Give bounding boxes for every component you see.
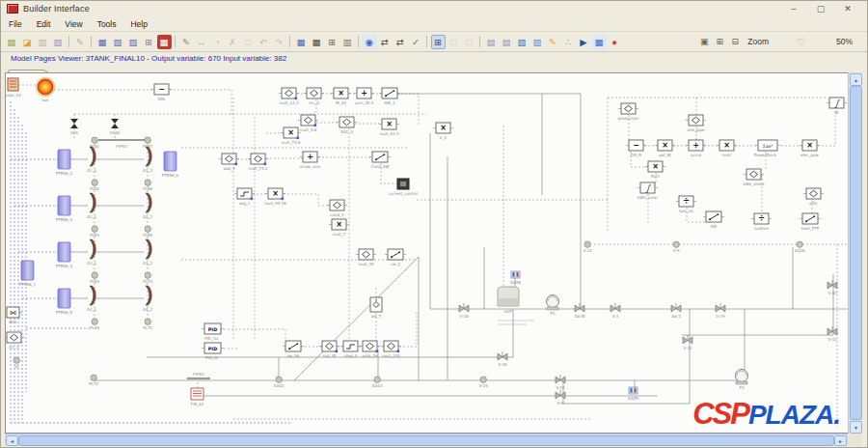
monitor-icon[interactable]: ▦ (592, 35, 607, 49)
scroll-left-button[interactable]: ◄ (6, 435, 18, 446)
diagram-block-diam[interactable]: one_pipe (686, 115, 706, 132)
info-icon[interactable]: ◉ (363, 35, 377, 49)
diagram-block-sun[interactable]: sun (37, 78, 55, 103)
diagram-block-coll[interactable]: PTR58_6 (162, 152, 179, 178)
window-mini-icon[interactable]: ⊞ (142, 35, 156, 49)
diagram-block-mirror[interactable]: A2_1 (87, 193, 96, 219)
zoom-fit-icon[interactable]: ⊞ (713, 35, 727, 49)
diagram-block-switch[interactable]: Cond_SW (369, 152, 391, 169)
diagram-block-mult[interactable]: ×elec_pow (800, 140, 820, 157)
diagram-block-joint[interactable]: V-12 (583, 241, 592, 253)
zoom-actual-icon[interactable]: ▣ (697, 35, 712, 49)
diagram-block-bvalve[interactable]: V-41 (827, 326, 837, 342)
diagram-block-mult[interactable]: ×invkt (717, 140, 737, 157)
diagram-block-joint[interactable]: AA28 (795, 241, 805, 253)
diagram-block-diam[interactable]: effic (803, 188, 824, 206)
diagram-block-dark[interactable]: current_control (389, 179, 418, 196)
diagram-block-mult[interactable]: ×mult_74.6 (281, 127, 301, 145)
pen-icon[interactable]: ✎ (179, 35, 194, 49)
diagram-block-mirror[interactable]: A1_1 (87, 147, 96, 173)
diagram-block-integ[interactable]: ∫W (827, 98, 847, 115)
diagram-block-switch[interactable]: heat_ETP (800, 213, 821, 231)
diagram-block-joint[interactable]: PL65 (90, 319, 99, 330)
window-tile-icon[interactable]: ▧ (111, 35, 125, 49)
library2-icon[interactable]: ▨ (530, 35, 545, 49)
redo-icon[interactable]: ↷ (272, 35, 286, 49)
move-icon[interactable]: ↔ (195, 35, 209, 49)
diagram-block-diam[interactable]: kWe_check (743, 169, 765, 186)
library-icon[interactable]: ▧ (515, 35, 529, 49)
import-model-icon[interactable]: ▨ (51, 35, 66, 49)
diagram-block-bvalve[interactable]: V-22 (556, 375, 565, 390)
diagram-block-joint[interactable]: PL62 (90, 180, 99, 191)
diagram-block-hvalve[interactable]: V2A (70, 119, 78, 135)
blank-page-icon[interactable]: □ (241, 35, 256, 49)
diagram-block-diam[interactable]: mult_4.6 (298, 115, 318, 132)
diagram-block-mult[interactable]: ×mult_92.4 (379, 119, 399, 136)
active-grid-icon[interactable]: ▦ (157, 35, 172, 49)
window-layers-icon[interactable]: ▨ (126, 35, 141, 49)
scroll-up-button[interactable]: ▲ (850, 73, 862, 86)
diagram-block-integ[interactable]: ∫kWh_solar (637, 182, 658, 200)
horizontal-scrollbar[interactable]: ◄ ► (5, 434, 848, 446)
diagram-block-add[interactable]: +sum_35.3 (354, 88, 374, 105)
diagram-block-mirror[interactable]: A3_1 (87, 239, 96, 266)
diagram-block-diam[interactable]: mult_12.3 (279, 88, 299, 105)
diagram-block-pid[interactable]: PIDPID_tsc (202, 323, 224, 341)
grid-plain-icon[interactable]: ⊞ (325, 35, 339, 49)
diagram-block-pump[interactable]: P3 (736, 370, 748, 391)
diagram-block-switch[interactable]: sw_2 (385, 249, 406, 266)
diagram-block-sum[interactable]: Σax²PowerBlock (754, 140, 780, 157)
menu-item-view[interactable]: View (65, 19, 82, 29)
diagram-block-sub[interactable]: −DN_R (626, 140, 646, 157)
minimize-button[interactable]: – (780, 2, 807, 15)
diagram-block-joint[interactable]: AA02 (274, 377, 285, 388)
diagram-block-const[interactable]: −DNI (151, 84, 172, 101)
maximize-button[interactable]: ▢ (807, 2, 834, 15)
link-out-icon[interactable]: ⇄ (393, 35, 408, 49)
diagram-block-joint[interactable]: PL63 (90, 226, 99, 238)
diagram-block-joint[interactable]: PL64 (90, 272, 99, 284)
diagram-block-mult[interactable]: ×mult_7 (329, 219, 349, 237)
new-model-icon[interactable]: ▤ (5, 35, 19, 49)
diagram-block-joint[interactable]: V-9 (673, 241, 680, 253)
diagram-block-step[interactable]: step_4 (340, 341, 361, 358)
diagram-block-joint[interactable]: PL71 (143, 319, 152, 330)
diagram-block-pump[interactable]: P2 (547, 295, 559, 317)
diagram-block-bvalve[interactable]: V-40 (827, 280, 837, 295)
scroll-down-button[interactable]: ▼ (850, 421, 862, 434)
diagram-block-chip[interactable]: solar_02 (6, 78, 21, 98)
run-icon[interactable]: ▶ (577, 35, 591, 49)
diagram-block-switch[interactable]: sw_36 (283, 341, 304, 358)
diagram-block-bvalve[interactable]: AA-3 (671, 303, 681, 319)
menu-item-file[interactable]: File (9, 19, 22, 29)
diagram-block-diam[interactable]: mult_74.2 (248, 154, 268, 171)
diagram-block-div[interactable]: ÷turbine (751, 213, 772, 231)
diagram-block-joint[interactable]: PL68 (143, 180, 152, 191)
marker-icon[interactable]: ✎ (546, 35, 560, 49)
molecule-icon[interactable]: ∴ (561, 35, 576, 49)
diagram-block-bvalve[interactable]: V-28 (498, 351, 507, 367)
diagram-block-gauge[interactable]: AAZ8 (510, 271, 521, 285)
diagram-block-diam[interactable]: mult_39 (356, 249, 376, 266)
diagram-block-switch[interactable]: SW_1 (379, 88, 400, 105)
diagram-block-bvalve[interactable]: V-18 (459, 303, 469, 319)
diagram-block-step[interactable]: seg_1 (234, 188, 255, 206)
diagram-block-bvalve[interactable]: AA-W (575, 303, 585, 319)
diagram-block-gauge[interactable]: AAZ9 (628, 387, 638, 401)
diagram-block-diam[interactable]: rad_35 (319, 341, 339, 358)
diagram-block-diam[interactable]: mult_230 (381, 341, 401, 358)
diagram-block-diam[interactable]: add_3 (219, 154, 239, 171)
diagram-block-mult[interactable]: ×Pot3 (645, 161, 665, 179)
diagram-block-coll[interactable]: PTR58_2 (56, 150, 73, 176)
diagram-block-bvalve[interactable]: V-31 (683, 335, 692, 350)
undo-icon[interactable]: ↶ (257, 35, 271, 49)
diagram-block-coll[interactable]: PTR58_4 (56, 242, 73, 268)
diagram-canvas[interactable]: solar_02sun−DNIV2AV13APL61PL67PTR58_2A1_… (5, 72, 848, 434)
diagram-block-joint[interactable]: V-24 (479, 377, 488, 388)
save-model-icon[interactable]: ▥ (36, 35, 50, 49)
rotate-icon[interactable]: ◔ (210, 35, 225, 49)
link-in-icon[interactable]: ⇄ (378, 35, 393, 49)
diagram-block-joint[interactable]: J0 (14, 357, 19, 369)
ghost-a-icon[interactable]: □ (447, 35, 461, 49)
